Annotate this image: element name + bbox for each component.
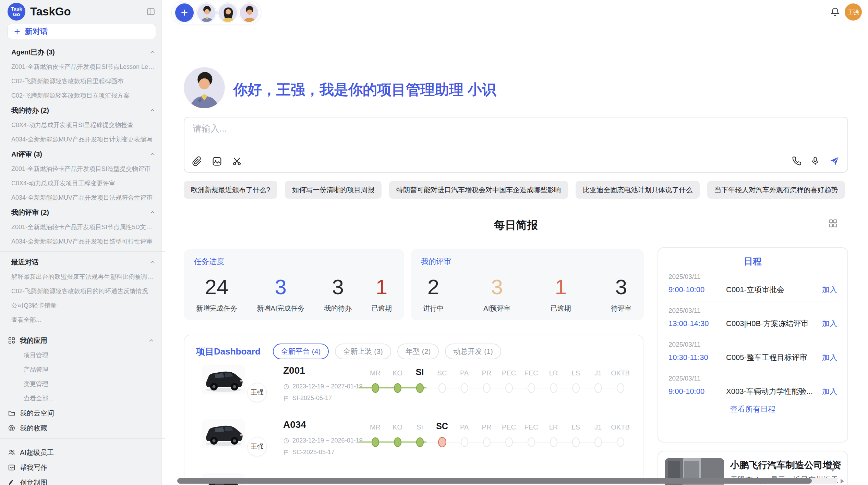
view-all-chats-link[interactable]: 查看全部... bbox=[11, 313, 156, 327]
sidebar-item-creative-draw[interactable]: 创意制图 bbox=[8, 475, 156, 485]
milestone-dot-done bbox=[394, 383, 401, 393]
milestone-dot bbox=[483, 383, 491, 393]
milestone-dot bbox=[528, 383, 535, 393]
sidebar-item[interactable]: A034-全新新能源MUV产品开发项目造型可行性评审 bbox=[11, 234, 156, 249]
filter-powertrain[interactable]: 动总开发 (1) bbox=[445, 344, 501, 359]
join-link[interactable]: 加入 bbox=[822, 352, 837, 363]
flag-icon bbox=[283, 395, 289, 401]
attachment-icon[interactable] bbox=[192, 156, 202, 166]
milestone-strip: MR KO SI SC PA PR PEC FEC LR LS J1 OKTB bbox=[364, 421, 631, 448]
project-row[interactable]: 王强 A034 2023-12-19 ~ 2026-01-19 SC-2025-… bbox=[184, 418, 643, 472]
milestone-dot bbox=[483, 437, 491, 447]
sidebar-item[interactable]: A034-全新新能源MUV产品开发项目法规符合性评审 bbox=[11, 190, 156, 205]
sidebar-item[interactable]: Z001-全新燃油皮卡产品开发项目SI节点Lesson Learn报告 bbox=[11, 60, 156, 74]
app-title: TaskGo bbox=[30, 5, 141, 18]
sidebar-item[interactable]: C0X4-动力总成开发项目工程变更评审 bbox=[11, 176, 156, 190]
project-car-image bbox=[202, 419, 245, 449]
app-item-change-mgmt[interactable]: 变更管理 bbox=[11, 377, 156, 391]
join-link[interactable]: 加入 bbox=[822, 319, 837, 329]
sidebar-item[interactable]: C0X4-动力总成开发项目SI里程碑提交物检查 bbox=[11, 118, 156, 132]
agent-avatar-3[interactable] bbox=[239, 3, 259, 23]
app-window: Task Go TaskGo 新对话 Agent已办 (3) Z001-全新燃油… bbox=[0, 0, 868, 485]
entry-date: 2025/03/11 bbox=[668, 341, 837, 348]
entry-title: C003|H0B-方案冻结评审 bbox=[726, 319, 822, 329]
send-icon[interactable] bbox=[829, 156, 840, 166]
suggestion-chip[interactable]: 欧洲新规最近颁布了什么? bbox=[184, 181, 277, 199]
scroll-right-arrow[interactable] bbox=[841, 479, 844, 484]
new-chat-button[interactable]: 新对话 bbox=[8, 24, 156, 39]
project-row[interactable]: 王强 Z001 2023-12-19 ~ 2027-01-19 SI-2025-… bbox=[184, 364, 643, 418]
sidebar-item[interactable]: A034-全新新能源MUV产品开发项目计划变更表编写 bbox=[11, 132, 156, 147]
horizontal-scrollbar-thumb[interactable] bbox=[177, 478, 812, 484]
user-avatar[interactable]: 王强 bbox=[845, 3, 862, 21]
suggestion-chip[interactable]: 当下年轻人对汽车外观有怎样的喜好趋势 bbox=[707, 181, 845, 199]
filter-new-body[interactable]: 全新上装 (3) bbox=[335, 344, 391, 359]
suggestion-chip[interactable]: 比亚迪全固态电池计划具体说了什么 bbox=[576, 181, 700, 199]
milestone-dot bbox=[594, 437, 602, 447]
sidebar-item[interactable]: C02-飞腾新能源轻客改款项目里程碑画布 bbox=[11, 74, 156, 88]
agent-avatar-2[interactable] bbox=[218, 3, 238, 23]
scroll-down-arrow[interactable] bbox=[830, 468, 835, 472]
milestone-dot-done bbox=[372, 437, 379, 447]
suggestion-chips: 欧洲新规最近颁布了什么? 如何写一份清晰的项目周报 特朗普可能对进口汽车增税会对… bbox=[184, 181, 856, 199]
section-header-ai-review[interactable]: AI评审 (3) bbox=[11, 147, 156, 162]
project-car-image bbox=[202, 365, 245, 395]
app-item-project-mgmt[interactable]: 项目管理 bbox=[11, 348, 156, 362]
filter-model-year[interactable]: 年型 (2) bbox=[397, 344, 439, 359]
view-all-apps-link[interactable]: 查看全部... bbox=[11, 391, 156, 406]
recent-chat-item[interactable]: 解释最新出台的欧盟报废车法规再生塑料比例被调至15%... bbox=[11, 270, 156, 284]
milestone-label: LS bbox=[565, 423, 587, 431]
recent-chat-item[interactable]: C02-飞腾新能源轻客改款项目的闭环通告反馈情况 bbox=[11, 284, 156, 298]
view-all-schedule-link[interactable]: 查看所有日程 bbox=[658, 404, 847, 414]
dashboard-title: 项目Dashboard bbox=[196, 346, 261, 358]
suggestion-chip[interactable]: 特朗普可能对进口汽车增税会对中国车企造成哪些影响 bbox=[389, 181, 568, 199]
milestone-label: MR bbox=[364, 423, 386, 431]
milestone-label: PA bbox=[453, 423, 475, 431]
news-title: 小鹏飞行汽车制造公司增资 bbox=[730, 459, 843, 471]
screenshot-scissors-icon[interactable] bbox=[232, 156, 242, 166]
suggestion-chip[interactable]: 如何写一份清晰的项目周报 bbox=[285, 181, 382, 199]
chevron-up-icon bbox=[148, 337, 155, 344]
add-agent-button[interactable] bbox=[174, 2, 195, 23]
entry-title: X003-车辆动力学性能验... bbox=[726, 386, 822, 397]
horizontal-scrollbar[interactable] bbox=[177, 478, 837, 484]
image-upload-icon[interactable] bbox=[212, 156, 222, 166]
clock-icon bbox=[283, 384, 289, 390]
milestone-dot-done bbox=[372, 383, 379, 393]
section-header-recent-chats[interactable]: 最近对话 bbox=[11, 254, 156, 270]
apps-grid-icon bbox=[8, 337, 16, 344]
agent-avatar-1[interactable] bbox=[196, 3, 216, 23]
briefing-layout-icon[interactable] bbox=[828, 219, 838, 228]
entry-time: 10:30-11:30 bbox=[668, 353, 726, 362]
milestone-dot bbox=[572, 383, 580, 393]
sidebar-item-ai-super-staff[interactable]: AI超级员工 bbox=[8, 445, 156, 460]
sidebar-item-help-write[interactable]: 帮我写作 bbox=[8, 460, 156, 475]
dashboard-filters: 全新平台 (4) 全新上装 (3) 年型 (2) 动总开发 (1) bbox=[273, 344, 501, 359]
sidebar-item[interactable]: Z001-全新燃油轻卡产品开发项目SI节点属性5D文件评审 bbox=[11, 220, 156, 234]
sidebar-item-cloud-space[interactable]: 我的云空间 bbox=[8, 406, 156, 421]
sidebar-item-favorites[interactable]: 我的收藏 bbox=[8, 421, 156, 436]
milestone-label-current: SI bbox=[409, 367, 431, 377]
cloud-space-label: 我的云空间 bbox=[20, 409, 54, 418]
sidebar-item[interactable]: Z001-全新燃油轻卡产品开发项目SI造型提交物评审 bbox=[11, 162, 156, 176]
sidebar-item-my-apps[interactable]: 我的应用 bbox=[8, 333, 156, 348]
microphone-icon[interactable] bbox=[810, 156, 820, 166]
milestone-dot bbox=[617, 383, 624, 393]
milestone-dot bbox=[461, 383, 468, 393]
join-link[interactable]: 加入 bbox=[822, 285, 837, 295]
chat-input[interactable] bbox=[192, 123, 740, 134]
recent-chat-item[interactable]: 公司Q3轻卡销量 bbox=[11, 298, 156, 313]
section-header-my-review[interactable]: 我的评审 (2) bbox=[11, 205, 156, 220]
notification-bell-icon[interactable] bbox=[830, 7, 840, 17]
phone-call-icon[interactable] bbox=[792, 156, 801, 166]
sidebar-collapse-icon[interactable] bbox=[146, 7, 156, 17]
cloud-folder-icon bbox=[8, 409, 16, 417]
section-header-my-todo[interactable]: 我的待办 (2) bbox=[11, 103, 156, 118]
milestone-dot bbox=[617, 437, 624, 447]
app-item-product-mgmt[interactable]: 产品管理 bbox=[11, 362, 156, 377]
sidebar: Task Go TaskGo 新对话 Agent已办 (3) Z001-全新燃油… bbox=[0, 0, 162, 485]
section-header-agent-done[interactable]: Agent已办 (3) bbox=[11, 45, 156, 60]
sidebar-item[interactable]: C02-飞腾新能源轻客改款项目立项汇报方案 bbox=[11, 88, 156, 103]
join-link[interactable]: 加入 bbox=[822, 386, 837, 397]
filter-all-new-platform[interactable]: 全新平台 (4) bbox=[273, 344, 329, 359]
